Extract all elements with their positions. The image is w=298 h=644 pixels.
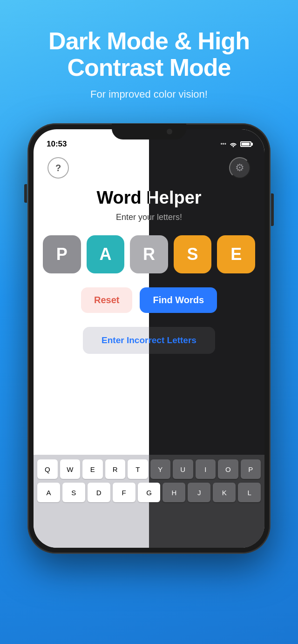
find-words-button[interactable]: Find Words bbox=[140, 287, 217, 313]
page-wrapper: Dark Mode & High Contrast Mode For impro… bbox=[0, 0, 298, 644]
battery-icon bbox=[240, 141, 251, 147]
tile-A[interactable]: A bbox=[87, 235, 125, 273]
top-buttons-row: ? ⚙ bbox=[43, 157, 255, 179]
key-K[interactable]: K bbox=[213, 483, 236, 502]
header-title: Dark Mode & High Contrast Mode bbox=[37, 28, 261, 81]
app-subtitle: Enter your letters! bbox=[43, 212, 255, 222]
question-icon: ? bbox=[55, 163, 61, 173]
tile-letter-E: E bbox=[230, 245, 242, 264]
settings-button[interactable]: ⚙ bbox=[229, 157, 251, 179]
status-time: 10:53 bbox=[47, 139, 67, 149]
reset-button[interactable]: Reset bbox=[81, 287, 132, 313]
tile-E[interactable]: E bbox=[217, 235, 255, 273]
phone-notch bbox=[112, 124, 186, 139]
incorrect-letters-section: Enter Incorrect Letters bbox=[43, 327, 255, 354]
key-E[interactable]: E bbox=[82, 459, 103, 479]
key-Q[interactable]: Q bbox=[37, 459, 58, 479]
incorrect-letters-button[interactable]: Enter Incorrect Letters bbox=[83, 327, 215, 354]
key-J[interactable]: J bbox=[188, 483, 210, 502]
key-T[interactable]: T bbox=[128, 459, 148, 479]
key-P[interactable]: P bbox=[241, 459, 261, 479]
key-L[interactable]: L bbox=[238, 483, 261, 502]
tile-R[interactable]: R bbox=[130, 235, 168, 273]
tile-S[interactable]: S bbox=[174, 235, 212, 273]
gear-icon: ⚙ bbox=[235, 162, 244, 174]
key-O[interactable]: O bbox=[218, 459, 238, 479]
app-title: Word Helper bbox=[43, 188, 255, 208]
tile-letter-S: S bbox=[187, 245, 198, 264]
key-F[interactable]: F bbox=[113, 483, 135, 502]
tile-letter-P: P bbox=[56, 245, 68, 264]
tile-letter-A: A bbox=[99, 245, 111, 264]
keyboard-area: Q W E R T Y U I O P A bbox=[34, 455, 264, 548]
key-A[interactable]: A bbox=[37, 483, 60, 502]
phone-outer: 10:53 ••• bbox=[28, 124, 270, 553]
key-I[interactable]: I bbox=[196, 459, 216, 479]
phone-mockup: 10:53 ••• bbox=[28, 124, 270, 553]
dots-icon: ••• bbox=[220, 141, 226, 147]
letter-tiles-row: P A R S E bbox=[43, 235, 255, 273]
keyboard-row-2: A S D F G H J K L bbox=[37, 483, 261, 502]
app-content: ? ⚙ Word Helper Enter your letters! bbox=[34, 153, 264, 363]
key-R[interactable]: R bbox=[105, 459, 126, 479]
wifi-icon bbox=[229, 141, 237, 147]
help-button[interactable]: ? bbox=[47, 157, 69, 179]
status-icons: ••• bbox=[220, 141, 251, 147]
action-buttons-row: Reset Find Words bbox=[43, 287, 255, 313]
header-section: Dark Mode & High Contrast Mode For impro… bbox=[37, 0, 261, 119]
screen-bg: 10:53 ••• bbox=[34, 129, 264, 548]
key-U[interactable]: U bbox=[173, 459, 193, 479]
tile-P[interactable]: P bbox=[43, 235, 81, 273]
tile-letter-R: R bbox=[143, 245, 155, 264]
keyboard-row-1: Q W E R T Y U I O P bbox=[37, 459, 261, 479]
key-H[interactable]: H bbox=[163, 483, 185, 502]
key-W[interactable]: W bbox=[60, 459, 81, 479]
key-S[interactable]: S bbox=[62, 483, 85, 502]
key-D[interactable]: D bbox=[88, 483, 110, 502]
header-subtitle: For improved color vision! bbox=[37, 88, 261, 100]
key-G[interactable]: G bbox=[138, 483, 161, 502]
phone-screen: 10:53 ••• bbox=[34, 129, 264, 548]
front-camera bbox=[167, 129, 172, 134]
key-Y[interactable]: Y bbox=[150, 459, 171, 479]
